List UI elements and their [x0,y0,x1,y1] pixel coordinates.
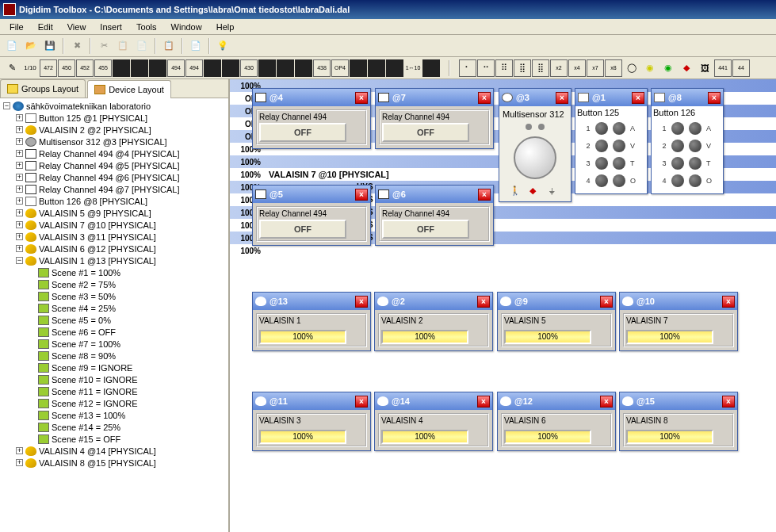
dev-dark6-icon[interactable] [258,59,276,77]
tree-item[interactable]: +Button 126 @8 [PHYSICAL] [2,195,227,207]
panel-button[interactable] [595,122,608,135]
tab-device-layout[interactable]: Device Layout [87,80,171,98]
panel-button[interactable] [595,174,608,187]
close-button[interactable]: × [632,92,644,104]
panel-button[interactable] [689,122,701,135]
menu-tools[interactable]: Tools [130,21,163,33]
expander-icon[interactable]: + [16,245,23,252]
tree-item[interactable]: +Relay Channel 494 @7 [PHYSICAL] [2,183,227,195]
tree-item[interactable]: Scene #3 = 50% [2,290,227,302]
lamp-level-bar[interactable]: 100% [381,430,468,444]
tree-item[interactable]: +Button 125 @1 [PHYSICAL] [2,112,227,124]
lamp-level-bar[interactable]: 100% [504,430,591,444]
close-button[interactable]: × [478,92,491,104]
tree-item[interactable]: Scene #6 = OFF [2,326,227,338]
dev-442-icon[interactable]: 44 [732,59,750,77]
expander-icon[interactable]: + [16,126,23,133]
dev-pencil-icon[interactable]: ✎ [3,59,21,77]
lamp-level-bar[interactable]: 100% [381,330,468,344]
dev-dark12-icon[interactable] [422,59,440,77]
panel-3-icon[interactable]: ⠿ [495,59,513,77]
close-button[interactable]: × [477,296,490,308]
expander-icon[interactable]: + [16,209,23,216]
menu-file[interactable]: File [3,21,30,33]
close-button[interactable]: × [722,396,735,408]
devwin-lamp[interactable]: @11×VALAISIN 3100% [252,392,371,451]
bulb-button[interactable]: 💡 [214,37,231,55]
expander-icon[interactable]: + [16,197,23,205]
sensor-y-icon[interactable]: ◉ [641,59,659,77]
tree-item[interactable]: Scene #8 = 90% [2,350,227,362]
devwin-button126[interactable]: @8× Button 126 1A2V3T4O [651,88,724,194]
panel-button[interactable] [595,140,608,152]
tree-item[interactable]: +VALAISIN 8 @15 [PHYSICAL] [2,457,227,469]
devwin-relay-5[interactable]: @5× Relay Channel 494OFF [252,185,371,246]
tree-item[interactable]: +Relay Channel 494 @4 [PHYSICAL] [2,147,227,159]
devwin-lamp[interactable]: @14×VALAISIN 4100% [374,392,493,451]
panel-x4-icon[interactable]: x4 [568,59,586,77]
panel-button[interactable] [671,122,684,135]
tab-groups-layout[interactable]: Groups Layout [0,79,86,98]
dev-438-icon[interactable]: 438 [313,59,331,77]
sensor-dial[interactable] [514,136,556,179]
expander-icon[interactable]: + [16,459,23,466]
dev-dark8-icon[interactable] [295,59,312,77]
tree-item[interactable]: +VALAISIN 5 @9 [PHYSICAL] [2,207,227,219]
dev-dark10-icon[interactable] [368,59,385,77]
tree-item[interactable]: Scene #15 = OFF [2,433,227,445]
devwin-lamp[interactable]: @10×VALAISIN 7100% [619,292,738,351]
dev-494a-icon[interactable]: 494 [167,59,185,77]
close-button[interactable]: × [478,189,491,201]
relay-off-button[interactable]: OFF [259,123,346,142]
expander-icon[interactable]: + [16,174,23,181]
panel-button[interactable] [671,174,684,187]
tree-item[interactable]: Scene #2 = 75% [2,278,227,290]
tree-item[interactable]: −VALAISIN 1 @13 [PHYSICAL] [2,255,227,266]
menu-insert[interactable]: Insert [94,21,128,33]
dev-dark11-icon[interactable] [386,59,403,77]
menu-window[interactable]: Window [165,21,208,33]
menu-help[interactable]: Help [210,21,241,33]
panel-button[interactable] [689,140,701,152]
dev-dark2-icon[interactable] [131,59,148,77]
panel-button[interactable] [595,157,608,170]
expander-icon[interactable]: − [3,102,10,109]
dev-472-icon[interactable]: 472 [40,59,57,77]
dev-dark4-icon[interactable] [204,59,221,77]
expander-icon[interactable]: + [16,114,23,121]
tree-item[interactable]: Scene #5 = 0% [2,314,227,326]
tree-item[interactable]: +Relay Channel 494 @5 [PHYSICAL] [2,159,227,171]
close-button[interactable]: × [600,396,613,408]
close-button[interactable]: × [477,396,490,408]
paste-button[interactable]: 📄 [133,37,151,55]
new-button[interactable]: 📄 [3,37,21,55]
close-button[interactable]: × [708,92,721,104]
dev-1-10b-icon[interactable]: 1↔10 [404,59,422,77]
dev-dark1-icon[interactable] [113,59,130,77]
close-button[interactable]: × [355,396,368,408]
ir-icon[interactable]: ◆ [678,59,695,77]
panel-x8-icon[interactable]: x8 [605,59,622,77]
panel-button[interactable] [689,174,701,187]
expander-icon[interactable]: + [16,150,23,157]
panel-4-icon[interactable]: ⣿ [514,59,531,77]
pic-icon[interactable]: 🖼 [696,59,713,77]
tree-item[interactable]: Scene #7 = 100% [2,338,227,350]
panel-button[interactable] [613,174,625,187]
dev-1-10-icon[interactable]: 1/10 [21,59,39,77]
tree-item[interactable]: +Relay Channel 494 @6 [PHYSICAL] [2,171,227,183]
list-button[interactable]: 📄 [187,37,205,55]
expander-icon[interactable]: + [16,138,23,145]
tree-item[interactable]: −sähkövoimatekniikan laboratorio [2,100,227,112]
devwin-lamp[interactable]: @9×VALAISIN 5100% [497,292,616,351]
lamp-level-bar[interactable]: 100% [626,330,713,344]
rotary-icon[interactable]: ◯ [623,59,640,77]
expander-icon[interactable]: + [16,233,23,240]
tree-item[interactable]: Scene #11 = IGNORE [2,385,227,397]
dev-dark9-icon[interactable] [350,59,367,77]
devwin-lamp[interactable]: @13×VALAISIN 1100% [252,292,371,351]
device-tree[interactable]: −sähkövoimatekniikan laboratorio+Button … [0,98,228,532]
expander-icon[interactable]: + [16,162,23,169]
dev-494b-icon[interactable]: 494 [185,59,203,77]
expander-icon[interactable]: + [16,447,23,454]
